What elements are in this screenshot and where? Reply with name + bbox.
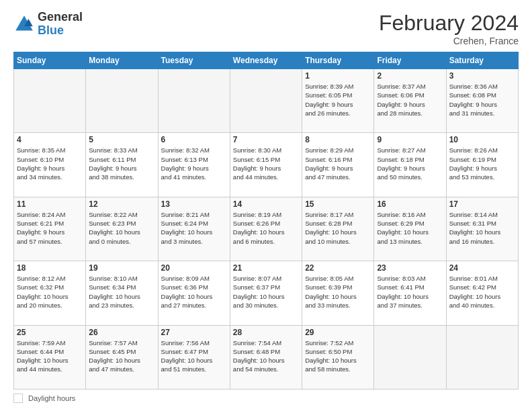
day-number: 16 bbox=[377, 199, 443, 209]
calendar-cell: 10Sunrise: 8:26 AM Sunset: 6:19 PM Dayli… bbox=[446, 133, 518, 197]
day-number: 6 bbox=[161, 135, 227, 144]
calendar-week-row: 25Sunrise: 7:59 AM Sunset: 6:44 PM Dayli… bbox=[14, 325, 519, 389]
calendar-page: General Blue February 2024 Crehen, Franc… bbox=[0, 0, 532, 411]
calendar-cell bbox=[86, 69, 158, 133]
day-number: 19 bbox=[89, 263, 154, 273]
day-info: Sunrise: 8:01 AM Sunset: 6:42 PM Dayligh… bbox=[449, 274, 515, 310]
calendar-cell: 4Sunrise: 8:35 AM Sunset: 6:10 PM Daylig… bbox=[14, 133, 86, 197]
day-number: 26 bbox=[89, 328, 154, 337]
weekday-header-thursday: Thursday bbox=[302, 52, 374, 69]
calendar-cell: 15Sunrise: 8:17 AM Sunset: 6:28 PM Dayli… bbox=[302, 197, 374, 261]
location: Crehen, France bbox=[379, 36, 519, 46]
daylight-label: Daylight hours bbox=[28, 394, 75, 402]
day-number: 1 bbox=[305, 71, 371, 81]
calendar-cell: 27Sunrise: 7:56 AM Sunset: 6:47 PM Dayli… bbox=[158, 325, 230, 389]
day-number: 18 bbox=[17, 263, 83, 273]
calendar-cell: 17Sunrise: 8:14 AM Sunset: 6:31 PM Dayli… bbox=[446, 197, 518, 261]
day-info: Sunrise: 7:57 AM Sunset: 6:45 PM Dayligh… bbox=[89, 338, 154, 374]
day-number: 14 bbox=[233, 199, 299, 209]
calendar-cell: 18Sunrise: 8:12 AM Sunset: 6:32 PM Dayli… bbox=[14, 261, 86, 325]
calendar-cell: 6Sunrise: 8:32 AM Sunset: 6:13 PM Daylig… bbox=[158, 133, 230, 197]
calendar-cell: 8Sunrise: 8:29 AM Sunset: 6:16 PM Daylig… bbox=[302, 133, 374, 197]
weekday-header-friday: Friday bbox=[374, 52, 446, 69]
day-number: 2 bbox=[377, 71, 443, 81]
day-info: Sunrise: 8:19 AM Sunset: 6:26 PM Dayligh… bbox=[233, 210, 299, 246]
day-number: 11 bbox=[17, 199, 83, 209]
day-number: 3 bbox=[449, 71, 515, 81]
day-number: 24 bbox=[449, 263, 515, 273]
daylight-box-icon bbox=[13, 394, 23, 403]
day-info: Sunrise: 8:27 AM Sunset: 6:18 PM Dayligh… bbox=[377, 146, 443, 181]
calendar-cell: 14Sunrise: 8:19 AM Sunset: 6:26 PM Dayli… bbox=[230, 197, 302, 261]
day-info: Sunrise: 8:35 AM Sunset: 6:10 PM Dayligh… bbox=[17, 146, 83, 181]
calendar-table: SundayMondayTuesdayWednesdayThursdayFrid… bbox=[13, 52, 519, 390]
day-info: Sunrise: 8:22 AM Sunset: 6:23 PM Dayligh… bbox=[89, 210, 154, 246]
logo-blue: Blue bbox=[38, 24, 64, 37]
day-info: Sunrise: 8:10 AM Sunset: 6:34 PM Dayligh… bbox=[89, 274, 154, 310]
calendar-cell: 21Sunrise: 8:07 AM Sunset: 6:37 PM Dayli… bbox=[230, 261, 302, 325]
weekday-header-tuesday: Tuesday bbox=[158, 52, 230, 69]
calendar-footer: Daylight hours bbox=[13, 394, 519, 403]
calendar-cell: 29Sunrise: 7:52 AM Sunset: 6:50 PM Dayli… bbox=[302, 325, 374, 389]
day-number: 29 bbox=[305, 328, 371, 337]
day-info: Sunrise: 8:09 AM Sunset: 6:36 PM Dayligh… bbox=[161, 274, 227, 310]
calendar-cell: 26Sunrise: 7:57 AM Sunset: 6:45 PM Dayli… bbox=[86, 325, 158, 389]
calendar-cell: 19Sunrise: 8:10 AM Sunset: 6:34 PM Dayli… bbox=[86, 261, 158, 325]
day-info: Sunrise: 8:12 AM Sunset: 6:32 PM Dayligh… bbox=[17, 274, 83, 310]
calendar-cell bbox=[14, 69, 86, 133]
day-info: Sunrise: 7:59 AM Sunset: 6:44 PM Dayligh… bbox=[17, 338, 83, 374]
day-info: Sunrise: 8:03 AM Sunset: 6:41 PM Dayligh… bbox=[377, 274, 443, 310]
calendar-cell: 25Sunrise: 7:59 AM Sunset: 6:44 PM Dayli… bbox=[14, 325, 86, 389]
calendar-cell bbox=[446, 325, 518, 389]
day-number: 5 bbox=[89, 135, 154, 144]
day-info: Sunrise: 8:24 AM Sunset: 6:21 PM Dayligh… bbox=[17, 210, 83, 246]
logo-icon bbox=[13, 13, 35, 35]
weekday-header-sunday: Sunday bbox=[14, 52, 86, 69]
day-number: 13 bbox=[161, 199, 227, 209]
weekday-header-row: SundayMondayTuesdayWednesdayThursdayFrid… bbox=[14, 52, 519, 69]
day-number: 10 bbox=[449, 135, 515, 144]
page-header: General Blue February 2024 Crehen, Franc… bbox=[13, 11, 519, 46]
calendar-cell: 11Sunrise: 8:24 AM Sunset: 6:21 PM Dayli… bbox=[14, 197, 86, 261]
day-number: 23 bbox=[377, 263, 443, 273]
calendar-cell bbox=[374, 325, 446, 389]
day-info: Sunrise: 8:37 AM Sunset: 6:06 PM Dayligh… bbox=[377, 82, 443, 118]
day-info: Sunrise: 7:54 AM Sunset: 6:48 PM Dayligh… bbox=[233, 338, 299, 374]
month-title: February 2024 bbox=[379, 11, 519, 36]
day-info: Sunrise: 8:26 AM Sunset: 6:19 PM Dayligh… bbox=[449, 146, 515, 181]
weekday-header-monday: Monday bbox=[86, 52, 158, 69]
calendar-cell: 1Sunrise: 8:39 AM Sunset: 6:05 PM Daylig… bbox=[302, 69, 374, 133]
logo: General Blue bbox=[13, 11, 83, 38]
day-info: Sunrise: 8:21 AM Sunset: 6:24 PM Dayligh… bbox=[161, 210, 227, 246]
day-number: 21 bbox=[233, 263, 299, 273]
day-info: Sunrise: 8:33 AM Sunset: 6:11 PM Dayligh… bbox=[89, 146, 154, 181]
day-info: Sunrise: 8:32 AM Sunset: 6:13 PM Dayligh… bbox=[161, 146, 227, 181]
calendar-cell: 7Sunrise: 8:30 AM Sunset: 6:15 PM Daylig… bbox=[230, 133, 302, 197]
calendar-cell: 9Sunrise: 8:27 AM Sunset: 6:18 PM Daylig… bbox=[374, 133, 446, 197]
calendar-cell: 5Sunrise: 8:33 AM Sunset: 6:11 PM Daylig… bbox=[86, 133, 158, 197]
day-number: 9 bbox=[377, 135, 443, 144]
day-info: Sunrise: 8:16 AM Sunset: 6:29 PM Dayligh… bbox=[377, 210, 443, 246]
calendar-week-row: 18Sunrise: 8:12 AM Sunset: 6:32 PM Dayli… bbox=[14, 261, 519, 325]
weekday-header-wednesday: Wednesday bbox=[230, 52, 302, 69]
day-info: Sunrise: 8:05 AM Sunset: 6:39 PM Dayligh… bbox=[305, 274, 371, 310]
calendar-cell: 13Sunrise: 8:21 AM Sunset: 6:24 PM Dayli… bbox=[158, 197, 230, 261]
day-info: Sunrise: 8:30 AM Sunset: 6:15 PM Dayligh… bbox=[233, 146, 299, 181]
day-number: 28 bbox=[233, 328, 299, 337]
day-number: 22 bbox=[305, 263, 371, 273]
calendar-cell: 16Sunrise: 8:16 AM Sunset: 6:29 PM Dayli… bbox=[374, 197, 446, 261]
title-block: February 2024 Crehen, France bbox=[379, 11, 519, 46]
day-number: 7 bbox=[233, 135, 299, 144]
day-number: 27 bbox=[161, 328, 227, 337]
day-number: 4 bbox=[17, 135, 83, 144]
logo-text: General Blue bbox=[38, 11, 83, 38]
calendar-cell: 22Sunrise: 8:05 AM Sunset: 6:39 PM Dayli… bbox=[302, 261, 374, 325]
day-info: Sunrise: 8:17 AM Sunset: 6:28 PM Dayligh… bbox=[305, 210, 371, 246]
day-number: 12 bbox=[89, 199, 154, 209]
calendar-cell bbox=[230, 69, 302, 133]
day-info: Sunrise: 8:36 AM Sunset: 6:08 PM Dayligh… bbox=[449, 82, 515, 118]
day-info: Sunrise: 7:52 AM Sunset: 6:50 PM Dayligh… bbox=[305, 338, 371, 374]
day-info: Sunrise: 8:14 AM Sunset: 6:31 PM Dayligh… bbox=[449, 210, 515, 246]
day-number: 20 bbox=[161, 263, 227, 273]
day-info: Sunrise: 8:39 AM Sunset: 6:05 PM Dayligh… bbox=[305, 82, 371, 118]
